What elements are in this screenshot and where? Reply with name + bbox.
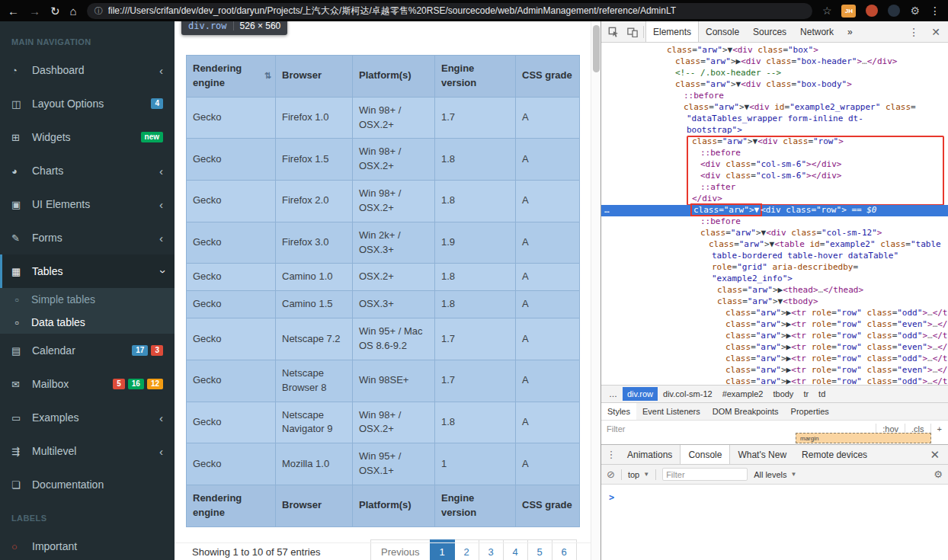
sidebar-item-charts[interactable]: ◕Charts‹ [0, 154, 175, 187]
tree-node[interactable]: class="arw">▶<div class="box-header">…</… [601, 56, 948, 68]
bookmark-star-icon[interactable]: ☆ [822, 5, 832, 17]
table-row[interactable]: GeckoFirefox 1.5Win 98+ / OSX.2+1.8A [187, 139, 580, 181]
sidebar-item-layout-options[interactable]: ◫Layout Options4 [0, 87, 175, 120]
device-toolbar-icon[interactable] [623, 21, 642, 42]
devtools-tab-elements[interactable]: Elements [645, 21, 699, 42]
table-cell[interactable]: OSX.3+ [353, 291, 435, 318]
tree-node[interactable]: </div> [601, 194, 948, 205]
breadcrumb-more[interactable]: … [604, 387, 622, 401]
tree-node[interactable]: class="arw">▶<thead>…</thead> [601, 285, 948, 296]
tree-node[interactable]: ::before [601, 216, 948, 228]
execution-context-selector[interactable]: top ▼ [628, 470, 649, 479]
tree-node[interactable]: class="arw">▶<tr role="row" class="even"… [601, 319, 948, 331]
devtools-tab-sources[interactable]: Sources [746, 21, 793, 42]
tree-node[interactable]: <div class="col-sm-6"></div> [601, 171, 948, 182]
tree-node[interactable]: bootstrap"> [601, 125, 948, 136]
drawer-tab-remote-devices[interactable]: Remote devices [794, 445, 875, 464]
sidebar-item-examples[interactable]: ▭Examples‹ [0, 401, 175, 434]
browser-menu-icon[interactable]: ⋮ [930, 5, 940, 17]
table-cell[interactable]: Camino 1.5 [276, 291, 353, 318]
extension-gear-icon[interactable]: ⚙ [910, 5, 920, 17]
log-level-selector[interactable]: All levels ▼ [754, 470, 796, 479]
table-cell[interactable]: Netscape Browser 8 [276, 360, 353, 402]
home-icon[interactable]: ⌂ [70, 5, 77, 17]
tree-node[interactable]: class="arw">▶<tr role="row" class="odd">… [601, 376, 948, 385]
table-cell[interactable]: Win 98+ / OSX.2+ [353, 97, 435, 139]
table-cell[interactable]: Mozilla 1.0 [276, 443, 353, 485]
table-cell[interactable]: A [516, 360, 580, 402]
table-row[interactable]: GeckoNetscape Browser 8Win 98SE+1.7A [187, 360, 580, 402]
breadcrumb-tr[interactable]: tr [799, 387, 813, 401]
table-cell[interactable]: 1.8 [435, 139, 516, 181]
sidebar-item-calendar[interactable]: ▤Calendar173 [0, 334, 175, 367]
table-cell[interactable]: Gecko [187, 291, 276, 318]
tree-node[interactable]: "dataTables_wrapper form-inline dt- [601, 114, 948, 125]
sidebar-item-widgets[interactable]: ⊞Widgetsnew [0, 120, 175, 154]
table-row[interactable]: GeckoNetscape Navigator 9Win 98+ / OSX.2… [187, 402, 580, 443]
address-bar[interactable]: ⓘ file:///Users/crifan/dev/dev_root/dary… [87, 3, 812, 19]
sidebar-item-important[interactable]: ○Important [0, 530, 175, 560]
sidebar-item-dashboard[interactable]: ◔Dashboard‹ [0, 53, 175, 87]
tree-node[interactable]: class="arw">▼<div class="box-body"> [601, 79, 948, 91]
column-header[interactable]: Rendering engine⇅ [187, 56, 276, 98]
console-settings-icon[interactable]: ⚙ [934, 469, 943, 480]
tree-node[interactable]: class="arw">▼<tbody> [601, 296, 948, 308]
table-cell[interactable]: A [516, 139, 580, 181]
table-cell[interactable]: A [516, 264, 580, 291]
drawer-tab-animations[interactable]: Animations [620, 445, 680, 464]
table-cell[interactable]: A [516, 97, 580, 139]
tree-node[interactable]: class="arw">▶<tr role="row" class="even"… [601, 365, 948, 376]
breadcrumb-example2[interactable]: #example2 [718, 387, 768, 401]
table-cell[interactable]: Netscape Navigator 9 [276, 402, 353, 443]
styles-tab-properties[interactable]: Properties [785, 403, 835, 420]
console-output[interactable]: > [601, 485, 948, 504]
table-cell[interactable]: Firefox 1.5 [276, 139, 353, 181]
extension-icon-red[interactable] [866, 5, 878, 17]
tree-node[interactable]: class="arw">▶<tr role="row" class="odd">… [601, 331, 948, 342]
table-row[interactable]: GeckoCamino 1.0OSX.2+1.8A [187, 264, 580, 291]
sidebar-item-data-tables[interactable]: ○Data tables [0, 311, 175, 334]
table-cell[interactable]: 1.8 [435, 181, 516, 222]
table-row[interactable]: GeckoCamino 1.5OSX.3+1.8A [187, 291, 580, 318]
table-cell[interactable]: Gecko [187, 360, 276, 402]
drawer-tab-what-s-new[interactable]: What's New [730, 445, 794, 464]
table-cell[interactable]: A [516, 402, 580, 443]
table-cell[interactable]: 1.7 [435, 97, 516, 139]
table-cell[interactable]: Win 95+ / OSX.1+ [353, 443, 435, 485]
table-cell[interactable]: Firefox 1.0 [276, 97, 353, 139]
sidebar-item-simple-tables[interactable]: ○Simple tables [0, 288, 175, 311]
table-row[interactable]: GeckoNetscape 7.2Win 95+ / Mac OS 8.6-9.… [187, 318, 580, 360]
table-cell[interactable]: Gecko [187, 97, 276, 139]
table-cell[interactable]: Gecko [187, 222, 276, 264]
tree-node[interactable]: "example2_info"> [601, 274, 948, 285]
tree-node[interactable]: class="arw">▶<tr role="row" class="odd">… [601, 354, 948, 365]
drawer-tab-console[interactable]: Console [680, 445, 730, 464]
tree-node[interactable]: role="grid" aria-describedby= [601, 262, 948, 274]
table-cell[interactable]: 1.9 [435, 222, 516, 264]
back-icon[interactable]: ← [8, 5, 19, 17]
table-cell[interactable]: OSX.2+ [353, 264, 435, 291]
page-scrollbar-thumb[interactable] [593, 25, 600, 72]
reload-icon[interactable]: ↻ [50, 5, 60, 17]
column-header[interactable]: Platform(s) [353, 56, 435, 98]
clear-console-icon[interactable]: ⊘ [607, 469, 615, 480]
tree-node[interactable]: class="arw">▶<tr role="row" class="odd">… [601, 308, 948, 319]
breadcrumb-td[interactable]: td [814, 387, 830, 401]
devtools-close-icon[interactable]: ✕ [926, 26, 946, 38]
table-cell[interactable]: Firefox 3.0 [276, 222, 353, 264]
breadcrumb-div-row[interactable]: div.row [623, 387, 658, 401]
sidebar-item-ui-elements[interactable]: ▣UI Elements‹ [0, 187, 175, 221]
devtools-menu-icon[interactable]: ⋮ [903, 26, 924, 38]
tree-node[interactable]: table-bordered table-hover dataTable" [601, 251, 948, 262]
table-cell[interactable]: A [516, 318, 580, 360]
styles-filter-input[interactable] [607, 424, 690, 434]
tree-node[interactable]: class="arw">▼<div id="example2_wrapper" … [601, 102, 948, 114]
devtools-more-tabs[interactable]: » [841, 21, 860, 42]
table-cell[interactable]: Win 98+ / OSX.2+ [353, 181, 435, 222]
table-cell[interactable]: 1.7 [435, 318, 516, 360]
drawer-menu-icon[interactable]: ⋮ [603, 449, 620, 460]
tree-node[interactable]: <div class="col-sm-6"></div> [601, 159, 948, 171]
table-cell[interactable]: 1.7 [435, 360, 516, 402]
page-info-icon[interactable]: ⓘ [94, 5, 103, 17]
table-cell[interactable]: Gecko [187, 181, 276, 222]
